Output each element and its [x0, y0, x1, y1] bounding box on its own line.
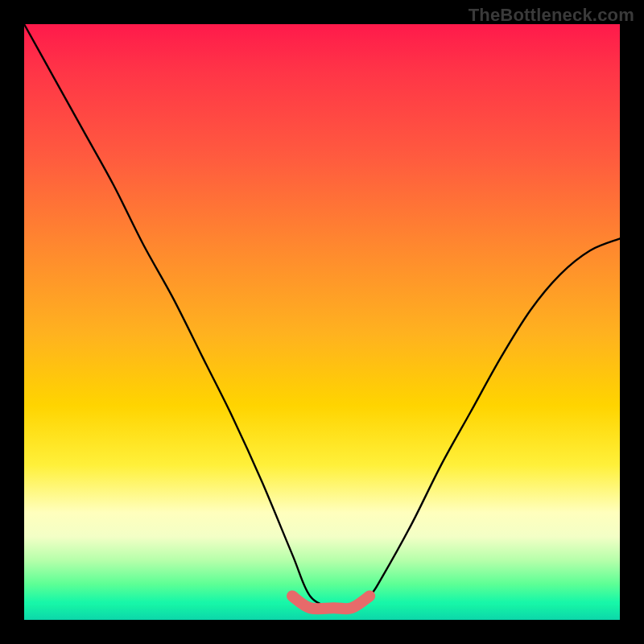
plot-area [24, 24, 620, 620]
bottleneck-curve [24, 24, 620, 609]
optimal-range-highlight [292, 596, 369, 609]
chart-frame: TheBottleneck.com [0, 0, 644, 644]
watermark-text: TheBottleneck.com [469, 5, 634, 26]
chart-svg [24, 24, 620, 620]
